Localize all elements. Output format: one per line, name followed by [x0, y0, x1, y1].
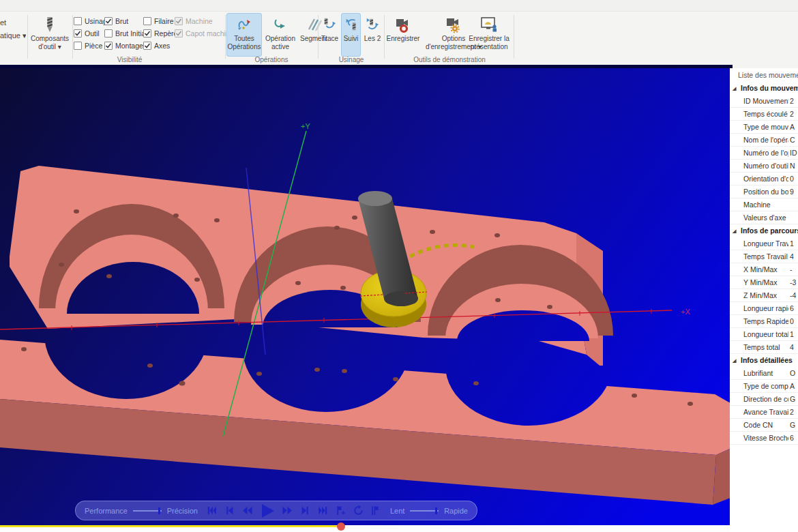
info-row: Y Min/Max-3 [730, 276, 798, 289]
visibility-checkbox-outil[interactable]: Outil [74, 29, 100, 38]
tree-section-header[interactable]: ◢Infos de parcours d'outil [730, 224, 798, 237]
group-separator [514, 15, 514, 59]
clipped-label-1[interactable]: et [0, 16, 26, 29]
info-row: Direction de comG [730, 393, 798, 406]
record-button[interactable]: Enregistrer [386, 13, 420, 57]
info-row: Numéro d'outilN [730, 160, 798, 173]
info-row-label: Temps Travail [743, 250, 788, 263]
info-row-label: Y Min/Max [743, 276, 788, 289]
info-row: Position du bout9 [730, 186, 798, 198]
visibility-checkbox-machine: Machine [175, 16, 213, 26]
play-icon [259, 503, 276, 519]
step-back-icon [224, 505, 235, 516]
operations-group-label: Opérations [225, 56, 318, 63]
info-row: Orientation d'ou0 [730, 173, 798, 186]
info-row-label: Numéro d'outil [743, 160, 788, 173]
panel-title: Liste des mouvements [730, 68, 798, 82]
add-stop-button[interactable] [335, 505, 346, 516]
info-row: Temps écoulé2 [730, 108, 798, 121]
app-window: et atique ▾ Composants d'outil ▾ Usinage… [0, 0, 798, 532]
playback-bar: Performance Précision Lent Rapide [75, 501, 477, 520]
info-row-label: ID Mouvement [743, 95, 788, 108]
section-header-label: Infos du mouvement [741, 84, 798, 92]
info-row-value: 9 [790, 186, 794, 198]
skip-start-button[interactable] [206, 505, 218, 516]
drill-bit-icon [42, 14, 57, 35]
tree-section-header[interactable]: ◢Infos détaillées [730, 354, 798, 367]
loop-button[interactable] [353, 505, 364, 516]
info-row-label: Longueur rapide [743, 302, 788, 315]
progress-completed [0, 525, 341, 527]
info-row-value: 2 [790, 95, 794, 108]
clipped-left-buttons[interactable]: et atique ▾ [0, 16, 26, 42]
visibility-checkbox-brut[interactable]: Brut [104, 16, 128, 26]
visibility-group-label: Visibilité [89, 56, 171, 63]
tool-components-button[interactable]: Composants d'outil ▾ [29, 13, 71, 57]
tree-section-header[interactable]: ◢Infos du mouvement [730, 82, 798, 95]
visibility-checkbox-brut-initial[interactable]: Brut Initial [104, 29, 147, 38]
step-back-button[interactable] [224, 505, 235, 516]
rewind-button[interactable] [241, 505, 253, 516]
checkbox-label: Outil [85, 29, 100, 38]
trace-button[interactable]: Trace [320, 13, 340, 57]
info-row: Longueur Travail1 [730, 237, 798, 250]
presentation-icon [479, 14, 499, 35]
info-row-label: Temps Rapide [743, 315, 788, 328]
tool-components-label: Composants [31, 35, 69, 43]
collapse-triangle-icon: ◢ [733, 224, 736, 237]
visibility-checkbox-axes[interactable]: Axes [143, 41, 170, 50]
both-icon [365, 14, 380, 35]
follow-button[interactable]: Suivi [341, 13, 361, 57]
visibility-checkbox-montages[interactable]: Montages [104, 41, 147, 50]
info-row: Code CNG [730, 419, 798, 432]
performance-slider[interactable] [133, 507, 162, 515]
info-row-label: Position du bout [743, 186, 788, 198]
info-row: Temps total4 [730, 341, 798, 354]
all-operations-button[interactable]: Toutes Opérations [226, 13, 262, 57]
info-row: Valeurs d'axe [730, 211, 798, 224]
active-operation-button[interactable]: Opération active [264, 13, 297, 57]
both-button[interactable]: Les 2 [362, 13, 383, 57]
clipped-label-2[interactable]: atique ▾ [0, 29, 26, 42]
info-row-value: 0 [790, 315, 794, 328]
info-row-label: Type de mouvem [743, 121, 788, 134]
visibility-checkbox-repère[interactable]: Repère [143, 29, 177, 38]
rewind-icon [241, 505, 253, 516]
checkbox-label: Axes [154, 42, 170, 50]
viewport-3d[interactable]: +Y +X [0, 68, 730, 525]
loop-icon [353, 505, 364, 516]
progress-marker[interactable] [337, 522, 345, 531]
precision-label: Précision [167, 507, 198, 515]
checkbox-label: Machine [186, 17, 213, 25]
run-to-stop-button[interactable] [370, 505, 382, 516]
visibility-checkbox-filaire[interactable]: Filaire [143, 16, 174, 26]
info-row-value: G [790, 419, 795, 432]
fast-forward-button[interactable] [282, 505, 293, 516]
info-row-label: Direction de com [743, 393, 788, 406]
slow-label: Lent [390, 507, 404, 515]
info-row-value: -3 [790, 276, 796, 289]
x-axis-label: +X [681, 308, 690, 316]
record-presentation-button[interactable]: Enregistrer la présentation [467, 13, 512, 57]
group-separator [384, 15, 385, 59]
visibility-checkbox-pièce[interactable]: Pièce [74, 41, 102, 50]
info-row-label: Longueur totale [743, 328, 788, 341]
info-row-value: 4 [790, 250, 794, 263]
info-row: Avance Travail2 [730, 406, 798, 419]
step-forward-button[interactable] [299, 505, 311, 516]
info-row: Numéro de l'opéID [730, 147, 798, 160]
group-separator [72, 15, 73, 59]
ribbon-toolbar: et atique ▾ Composants d'outil ▾ Usinage… [0, 0, 798, 65]
tool-components-label2: d'outil ▾ [38, 43, 61, 51]
skip-end-button[interactable] [317, 505, 329, 516]
play-button[interactable] [259, 503, 276, 519]
info-row-value: C [790, 134, 795, 147]
run-to-stop-icon [370, 505, 382, 516]
fast-forward-icon [282, 505, 293, 516]
info-row: X Min/Max- [730, 263, 798, 276]
info-row-label: Avance Travail [743, 406, 788, 419]
info-row-label: Longueur Travail [743, 237, 788, 250]
info-row-label: Temps total [743, 341, 788, 354]
speed-slider[interactable] [410, 507, 439, 515]
add-stop-icon [335, 505, 346, 516]
